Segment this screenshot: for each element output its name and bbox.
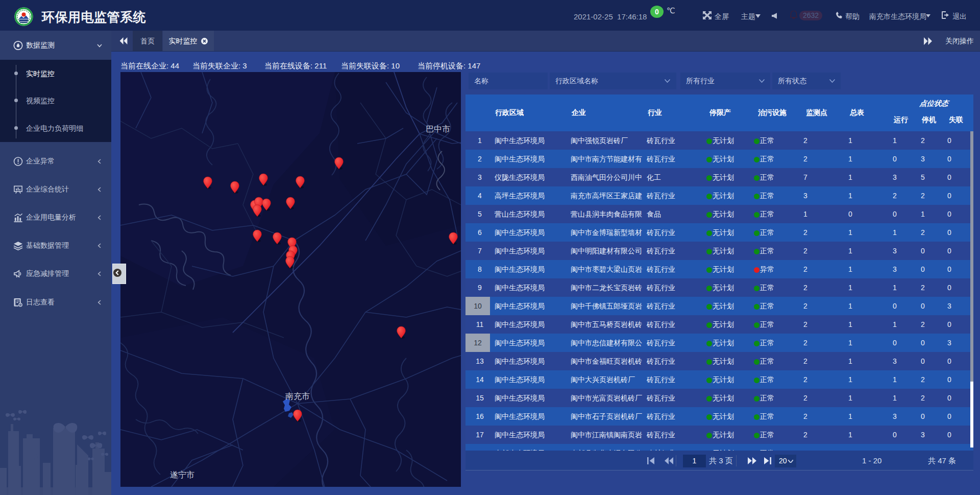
svg-text:遂宁市: 遂宁市 <box>170 470 194 479</box>
svg-text:巴中市: 巴中市 <box>426 125 450 133</box>
svg-text:南充市: 南充市 <box>285 392 310 400</box>
